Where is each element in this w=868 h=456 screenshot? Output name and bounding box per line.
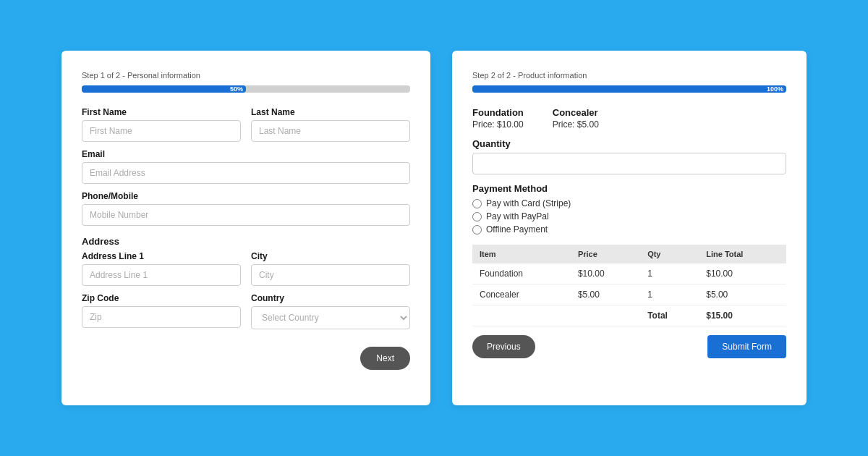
submit-button[interactable]: Submit Form [707,335,786,358]
zip-country-row: Zip Code Country Select Country United S… [82,293,410,337]
step1-label: Step 1 of 2 - Personal information [82,71,410,80]
first-name-input[interactable] [82,120,241,142]
step2-label: Step 2 of 2 - Product information [472,71,786,80]
quantity-input[interactable] [472,153,786,174]
step2-card: Step 2 of 2 - Product information 100% F… [452,51,807,405]
city-label: City [251,251,410,261]
col-line-total: Line Total [699,245,786,263]
quantity-label: Quantity [472,138,786,149]
phone-group: Phone/Mobile [82,191,410,226]
country-group: Country Select Country United States Uni… [251,293,410,329]
payment-stripe-label: Pay with Card (Stripe) [486,198,571,208]
progress-fill-right: 100% [472,85,786,93]
foundation-price: Price: $10.00 [472,119,524,130]
concealer-price: Price: $5.00 [553,119,599,130]
email-label: Email [82,149,410,159]
phone-input[interactable] [82,204,410,226]
country-label: Country [251,293,410,303]
progress-percent-left: 50% [230,85,243,93]
payment-group: Payment Method Pay with Card (Stripe) Pa… [472,183,786,235]
last-name-label: Last Name [251,107,410,117]
email-group: Email [82,149,410,184]
product-concealer: Concealer Price: $5.00 [553,107,599,130]
header-row: Item Price Qty Line Total [472,245,786,263]
product-row: Foundation Price: $10.00 Concealer Price… [472,107,786,130]
last-name-group: Last Name [251,107,410,142]
payment-option-paypal: Pay with PayPal [472,211,786,221]
row1-price: $10.00 [571,263,640,284]
table-header: Item Price Qty Line Total [472,245,786,263]
product-foundation: Foundation Price: $10.00 [472,107,524,130]
progress-percent-right: 100% [767,85,783,93]
last-name-input[interactable] [251,120,410,142]
table-row: Concealer $5.00 1 $5.00 [472,284,786,305]
payment-label: Payment Method [472,183,786,194]
row2-item: Concealer [472,284,571,305]
payment-paypal-label: Pay with PayPal [486,211,549,221]
next-button-row: Next [82,337,410,370]
payment-radio-stripe[interactable] [472,199,482,208]
concealer-name: Concealer [553,107,599,118]
first-name-group: First Name [82,107,241,142]
address1-group: Address Line 1 [82,251,241,286]
country-select[interactable]: Select Country United States United King… [251,306,410,329]
payment-option-stripe: Pay with Card (Stripe) [472,198,786,208]
row2-line-total: $5.00 [699,284,786,305]
step1-card: Step 1 of 2 - Personal information 50% F… [61,51,430,405]
progress-bar-left: 50% [82,85,410,93]
phone-label: Phone/Mobile [82,191,410,201]
payment-radio-offline[interactable] [472,225,482,235]
first-name-label: First Name [82,107,241,117]
payment-option-offline: Offline Payment [472,224,786,235]
foundation-name: Foundation [472,107,524,118]
col-item: Item [472,245,571,263]
city-input[interactable] [251,264,410,286]
city-group: City [251,251,410,286]
previous-button[interactable]: Previous [472,335,535,358]
total-value: $15.00 [699,305,786,326]
email-input[interactable] [82,162,410,184]
table-row: Foundation $10.00 1 $10.00 [472,263,786,284]
col-price: Price [571,245,640,263]
progress-fill-left: 50% [82,85,246,93]
zip-label: Zip Code [82,293,241,303]
table-body: Foundation $10.00 1 $10.00 Concealer $5.… [472,263,786,326]
row1-line-total: $10.00 [699,263,786,284]
address-section-title: Address [82,236,410,247]
next-button[interactable]: Next [360,347,410,370]
total-label: Total [640,305,699,326]
address1-input[interactable] [82,264,241,286]
order-table: Item Price Qty Line Total Foundation $10… [472,245,786,326]
quantity-group: Quantity [472,138,786,174]
row1-item: Foundation [472,263,571,284]
address1-label: Address Line 1 [82,251,241,261]
zip-group: Zip Code [82,293,241,329]
row2-qty: 1 [640,284,699,305]
payment-offline-label: Offline Payment [486,224,548,235]
total-row: Total $15.00 [472,305,786,326]
row2-price: $5.00 [571,284,640,305]
action-buttons: Previous Submit Form [472,335,786,358]
col-qty: Qty [640,245,699,263]
row1-qty: 1 [640,263,699,284]
zip-input[interactable] [82,306,241,328]
progress-bar-right: 100% [472,85,786,93]
payment-radio-paypal[interactable] [472,212,482,221]
name-row: First Name Last Name [82,107,410,149]
address-city-row: Address Line 1 City [82,251,410,293]
